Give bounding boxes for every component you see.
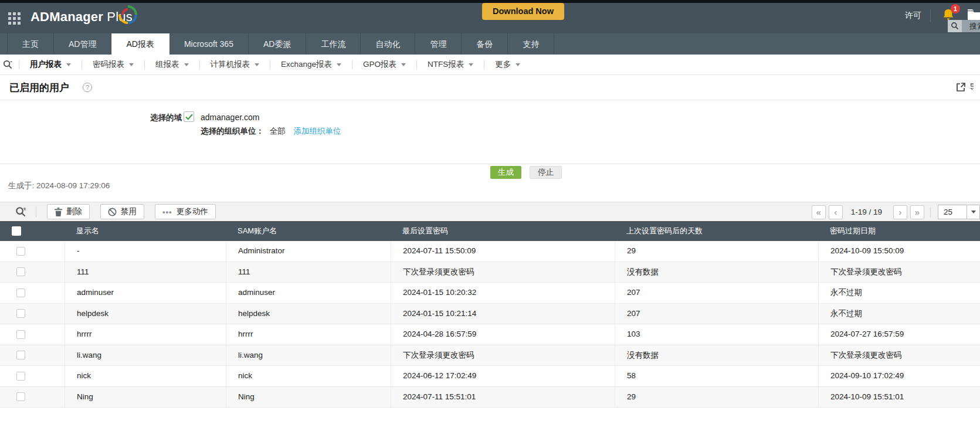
report-nav-item-1[interactable]: 密码报表 xyxy=(82,59,144,70)
cell: 2024-04-28 16:57:59 xyxy=(391,324,615,345)
cell: 29 xyxy=(615,387,818,408)
report-nav-item-5[interactable]: GPO报表 xyxy=(352,59,416,70)
cell: nick xyxy=(65,366,226,386)
more-actions-label: 更多动作 xyxy=(177,206,208,217)
cell: 2024-09-10 17:02:49 xyxy=(818,366,980,386)
cell: 58 xyxy=(615,366,818,386)
prev-page-button[interactable]: ‹ xyxy=(829,205,843,219)
nav-tab-1[interactable]: AD管理 xyxy=(54,33,111,55)
cell: Ning xyxy=(226,387,391,408)
disable-button[interactable]: 禁用 xyxy=(100,204,144,219)
cell: 111 xyxy=(65,262,226,283)
row-checkbox-cell xyxy=(0,241,65,262)
report-nav-item-3[interactable]: 计算机报表 xyxy=(200,59,270,70)
domain-checkbox[interactable] xyxy=(184,111,194,122)
last-page-button[interactable]: » xyxy=(910,205,924,219)
row-checkbox[interactable] xyxy=(16,392,25,401)
download-now-button[interactable]: Download Now xyxy=(482,3,564,20)
cell: li.wang xyxy=(226,345,391,366)
row-checkbox[interactable] xyxy=(16,289,25,297)
nav-tab-7[interactable]: 管理 xyxy=(415,33,462,55)
cell: Administrator xyxy=(226,241,391,262)
search-scope-icon[interactable] xyxy=(948,20,962,32)
nav-tab-4[interactable]: AD委派 xyxy=(249,33,306,55)
cell: - xyxy=(65,241,226,262)
header-divider xyxy=(930,9,931,22)
first-page-button[interactable]: « xyxy=(812,205,826,219)
generate-button[interactable]: 生成 xyxy=(490,166,521,179)
table-row-4[interactable]: hrrrrhrrrr2024-04-28 16:57:591032024-07-… xyxy=(0,324,980,345)
table-row-0[interactable]: -Administrator2024-07-11 15:50:09292024-… xyxy=(0,241,980,262)
page-size-select[interactable]: 25 xyxy=(938,205,980,219)
nav-tab-3[interactable]: Microsoft 365 xyxy=(169,33,249,55)
nav-tab-9[interactable]: 支持 xyxy=(508,33,554,55)
report-nav-item-2[interactable]: 组报表 xyxy=(145,59,199,70)
row-checkbox[interactable] xyxy=(16,330,25,339)
cell: 2024-07-27 16:57:59 xyxy=(818,324,980,345)
cell: 永不过期 xyxy=(818,283,980,303)
ou-label: 选择的组织单位： xyxy=(201,127,264,135)
app-launcher-icon[interactable] xyxy=(8,12,21,25)
column-header-4[interactable]: 密码过期日期 xyxy=(818,221,980,241)
license-link[interactable]: 许可 xyxy=(905,11,921,21)
more-actions-button[interactable]: ••• 更多动作 xyxy=(155,204,216,219)
nav-tab-6[interactable]: 自动化 xyxy=(361,33,415,55)
cell: 2024-10-09 15:51:01 xyxy=(818,387,980,408)
add-ou-link[interactable]: 添加组织单位 xyxy=(294,127,341,135)
nav-tab-5[interactable]: 工作流 xyxy=(306,33,361,55)
cell: 2024-01-15 10:21:14 xyxy=(391,304,615,324)
trash-icon xyxy=(55,208,62,216)
column-header-2[interactable]: 最后设置密码 xyxy=(391,221,615,241)
export-label-clipped[interactable]: 导出 xyxy=(969,82,974,93)
report-nav-label: NTFS报表 xyxy=(428,59,464,70)
next-page-button[interactable]: › xyxy=(893,205,907,219)
help-icon[interactable]: ? xyxy=(83,83,92,92)
table-search-icon[interactable] xyxy=(15,206,26,218)
report-nav-label: 密码报表 xyxy=(93,59,124,70)
cell: hrrrr xyxy=(226,324,391,345)
column-header-0[interactable]: 显示名 xyxy=(65,221,226,241)
report-search-icon[interactable] xyxy=(0,60,19,70)
report-nav-item-0[interactable]: 用户报表 xyxy=(19,59,82,70)
cell: 永不过期 xyxy=(818,304,980,324)
table-row-5[interactable]: li.wangli.wang下次登录须更改密码没有数据下次登录须更改密码 xyxy=(0,345,980,366)
table-row-3[interactable]: helpdeskhelpdesk2024-01-15 10:21:14207永不… xyxy=(0,304,980,325)
stop-button[interactable]: 停止 xyxy=(530,166,562,179)
row-checkbox[interactable] xyxy=(16,309,25,318)
report-nav-item-6[interactable]: NTFS报表 xyxy=(417,59,484,70)
report-nav-label: 更多 xyxy=(495,59,511,70)
generated-timestamp: 生成于: 2024-08-09 17:29:06 xyxy=(8,181,110,191)
chevron-down-icon xyxy=(967,205,979,219)
report-nav-label: 计算机报表 xyxy=(211,59,250,70)
disable-label: 禁用 xyxy=(121,206,137,217)
row-checkbox-cell xyxy=(0,283,65,303)
row-checkbox[interactable] xyxy=(16,267,25,276)
global-search: 搜索 xyxy=(948,20,980,32)
select-all-checkbox[interactable] xyxy=(12,226,21,236)
report-nav-item-4[interactable]: Exchange报表 xyxy=(270,59,352,70)
report-nav-item-7[interactable]: 更多 xyxy=(484,59,531,70)
cell: 2024-06-12 17:02:49 xyxy=(391,366,615,386)
nav-tab-2[interactable]: AD报表 xyxy=(111,33,169,55)
row-checkbox[interactable] xyxy=(16,372,25,381)
search-input[interactable]: 搜索 xyxy=(962,20,980,32)
delete-button[interactable]: 删除 xyxy=(47,204,90,219)
admanager-plus-window: ADManager Plus Download Now 许可 1 xyxy=(0,0,980,431)
report-nav: 用户报表密码报表组报表计算机报表Exchange报表GPO报表NTFS报表更多 xyxy=(0,55,980,75)
nav-tab-0[interactable]: 主页 xyxy=(7,33,54,55)
column-header-1[interactable]: SAM账户名 xyxy=(226,221,391,241)
column-header-3[interactable]: 上次设置密码后的天数 xyxy=(615,221,818,241)
nav-tab-8[interactable]: 备份 xyxy=(462,33,508,55)
cell: 2024-10-09 15:50:09 xyxy=(818,241,980,262)
table-row-7[interactable]: NingNing2024-07-11 15:51:01292024-10-09 … xyxy=(0,387,980,408)
row-checkbox[interactable] xyxy=(16,351,25,359)
report-nav-label: Exchange报表 xyxy=(281,59,332,70)
table-header: 显示名SAM账户名最后设置密码上次设置密码后的天数密码过期日期 xyxy=(0,221,980,241)
table-row-2[interactable]: adminuseradminuser2024-01-15 10:20:32207… xyxy=(0,283,980,304)
table-row-6[interactable]: nicknick2024-06-12 17:02:49582024-09-10 … xyxy=(0,366,980,387)
chevron-down-icon xyxy=(129,63,134,66)
table-toolbar: 删除 禁用 ••• 更多动作 « ‹ 1-19 / 19 › » 25 xyxy=(0,202,980,221)
export-icon[interactable] xyxy=(956,82,966,94)
row-checkbox[interactable] xyxy=(16,247,25,256)
table-row-1[interactable]: 111111下次登录须更改密码没有数据下次登录须更改密码 xyxy=(0,262,980,283)
